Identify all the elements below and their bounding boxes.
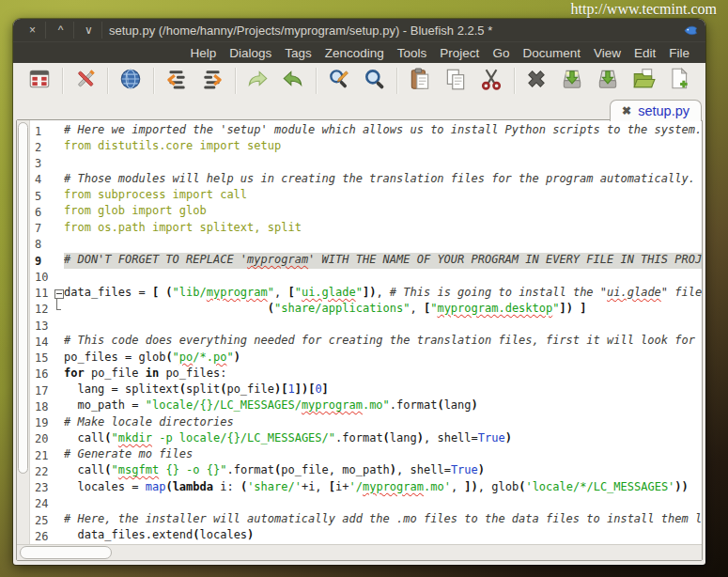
- menu-tags[interactable]: Tags: [278, 44, 318, 62]
- find-button[interactable]: [362, 68, 388, 94]
- toolbar: [13, 63, 705, 99]
- menu-project[interactable]: Project: [433, 44, 486, 62]
- close-button[interactable]: ×: [20, 22, 46, 39]
- find-replace-button[interactable]: [326, 68, 352, 94]
- indent-button[interactable]: [199, 68, 225, 94]
- fold-column: [54, 139, 64, 155]
- code-line[interactable]: from glob import glob: [64, 204, 702, 220]
- code-line[interactable]: locales = map(lambda i: ('share/'+i, [i+…: [64, 480, 702, 496]
- code-line[interactable]: data_files.extend(locales): [64, 528, 702, 544]
- browser-preview-button[interactable]: [117, 68, 144, 94]
- code-line[interactable]: lang = splitext(split(po_file)[1])[0]: [64, 382, 702, 398]
- code-line[interactable]: call("mkdir -p locale/{}/LC_MESSAGES/".f…: [64, 431, 702, 447]
- line-number: 17: [30, 384, 54, 398]
- menu-view[interactable]: View: [587, 44, 627, 62]
- fullscreen-button[interactable]: [26, 68, 53, 94]
- code-area[interactable]: # Here we imported the 'setup' module wh…: [64, 120, 702, 544]
- line-number: 9: [30, 255, 54, 268]
- line-number: 16: [30, 367, 54, 381]
- code-line[interactable]: data_files = [ ("lib/myprogram", ["ui.gl…: [64, 286, 702, 302]
- open-button[interactable]: [630, 68, 657, 94]
- fold-column: [54, 302, 64, 318]
- fold-column: [54, 318, 64, 334]
- vertical-scrollbar[interactable]: [17, 120, 30, 544]
- fold-column: [54, 123, 64, 139]
- fold-column: [54, 415, 64, 431]
- line-number: 15: [30, 351, 54, 365]
- code-line[interactable]: call("msgfmt {} -o {}".format(po_file, m…: [64, 463, 702, 479]
- fold-column: [54, 204, 64, 220]
- code-line[interactable]: # Here we imported the 'setup' module wh…: [64, 123, 702, 139]
- menu-dialogs[interactable]: Dialogs: [223, 44, 278, 62]
- close-document-icon: [524, 67, 549, 95]
- line-number: 22: [30, 465, 54, 478]
- save-button[interactable]: [595, 68, 621, 94]
- horizontal-scrollbar-thumb[interactable]: [20, 546, 112, 559]
- code-line[interactable]: # DON'T FORGET TO REPLACE 'myprogram' WI…: [64, 253, 702, 269]
- tab-label: setup.py: [638, 104, 689, 118]
- code-line[interactable]: po_files = glob("po/*.po"): [64, 351, 702, 366]
- close-document-button[interactable]: [523, 68, 550, 94]
- code-line[interactable]: [64, 269, 702, 285]
- fold-column: [54, 156, 64, 172]
- menu-go[interactable]: Go: [486, 44, 516, 62]
- code-line[interactable]: from os.path import splitext, split: [64, 221, 702, 237]
- menu-help[interactable]: Help: [183, 44, 223, 62]
- vertical-scrollbar-thumb[interactable]: [18, 122, 28, 474]
- fold-column: [54, 188, 64, 204]
- new-button[interactable]: [666, 68, 692, 94]
- cut-button[interactable]: [478, 68, 504, 94]
- fold-column: [54, 480, 64, 496]
- paste-button[interactable]: [407, 68, 433, 94]
- line-number: 23: [30, 481, 54, 494]
- code-line[interactable]: [64, 156, 702, 172]
- code-line[interactable]: for po_file in po_files:: [64, 366, 702, 382]
- toolbar-separator: [62, 68, 63, 94]
- code-line[interactable]: # Those modules will help us in creating…: [64, 172, 702, 188]
- code-line[interactable]: mo_path = "locale/{}/LC_MESSAGES/myprogr…: [64, 398, 702, 414]
- fullscreen-icon: [27, 67, 52, 95]
- code-line[interactable]: # Generate mo files: [64, 447, 702, 463]
- code-line[interactable]: # Make locale directories: [64, 415, 702, 431]
- code-line[interactable]: [64, 496, 702, 512]
- code-line[interactable]: ("share/applications", ["myprogram.deskt…: [64, 302, 702, 318]
- copy-button[interactable]: [442, 68, 469, 94]
- menu-file[interactable]: File: [662, 44, 696, 62]
- menu-edit[interactable]: Edit: [627, 44, 662, 62]
- undo-button[interactable]: [280, 68, 306, 94]
- fold-column: [54, 512, 64, 528]
- code-line[interactable]: [64, 237, 702, 253]
- menu-document[interactable]: Document: [516, 44, 587, 62]
- save-as-button[interactable]: [559, 68, 585, 94]
- code-line[interactable]: from subprocess import call: [64, 188, 702, 204]
- line-number: 8: [30, 238, 54, 251]
- menu-tools[interactable]: Tools: [391, 44, 434, 62]
- code-line[interactable]: # This code does everything needed for c…: [64, 334, 702, 350]
- minimize-button[interactable]: ∨: [76, 22, 102, 39]
- fold-column: [54, 382, 64, 398]
- line-number: 4: [30, 173, 54, 186]
- horizontal-scrollbar[interactable]: [17, 544, 702, 560]
- maximize-button[interactable]: ^: [48, 22, 74, 39]
- fold-column: [54, 172, 64, 188]
- code-line[interactable]: from distutils.core import setup: [64, 139, 702, 155]
- line-number: 18: [30, 400, 54, 413]
- line-number: 24: [30, 497, 54, 510]
- line-number: 21: [30, 449, 54, 462]
- fold-column: [54, 334, 64, 350]
- tabbar: ✖ setup.py: [13, 99, 705, 120]
- code-line[interactable]: # Here, the installer will automatically…: [64, 512, 702, 528]
- line-number: 26: [30, 530, 54, 543]
- line-number: 20: [30, 432, 54, 445]
- unindent-button[interactable]: [163, 68, 190, 94]
- menu-zencoding[interactable]: Zencoding: [318, 44, 391, 62]
- tab-setup-py[interactable]: ✖ setup.py: [610, 100, 702, 121]
- preferences-button[interactable]: [72, 68, 99, 94]
- watermark-text: http://www.tecmint.com: [571, 1, 717, 18]
- titlebar[interactable]: ×^∨ setup.py (/home/hanny/Projects/mypro…: [13, 19, 705, 41]
- tab-close-icon[interactable]: ✖: [622, 105, 631, 117]
- code-line[interactable]: [64, 318, 702, 334]
- redo-button[interactable]: [244, 68, 271, 94]
- line-number: 7: [30, 222, 54, 235]
- toolbar-separator: [153, 68, 154, 94]
